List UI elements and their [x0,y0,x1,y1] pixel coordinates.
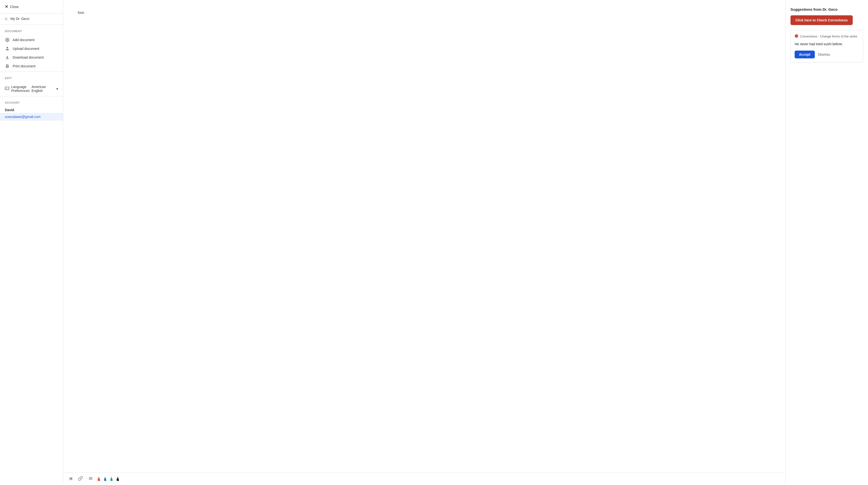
language-icon [5,87,9,91]
heading-button[interactable]: H [68,476,74,482]
edit-section: EDIT [0,73,63,82]
divider-2 [0,72,63,72]
svg-rect-7 [6,64,8,66]
close-icon: ✕ [5,4,8,9]
upload-icon [5,47,10,51]
list-button[interactable] [87,475,94,483]
close-button[interactable]: ✕ Close [0,0,63,13]
chevron-down-icon: ▾ [56,87,58,91]
svg-rect-5 [6,59,9,59]
document-section: DOCUMENT [0,26,63,35]
suggestion-header-text: Correctness - Change forms of the verbs [800,34,857,38]
color-blue[interactable] [103,477,107,481]
color-red[interactable] [97,477,101,481]
main-area: fore. H [63,0,785,485]
divider-3 [0,96,63,96]
link-icon [78,476,83,482]
download-document-label: Download document [13,55,44,59]
link-button[interactable] [77,475,84,483]
suggestion-actions: Accept Dismiss [795,51,859,58]
sidebar-item-upload-document[interactable]: Upload document [0,44,63,53]
user-email[interactable]: xuwudawei@gmail.com [0,113,63,121]
language-value: American English ▾ [32,85,58,93]
language-preferences-row[interactable]: Language Preferences American English ▾ [0,82,63,95]
svg-rect-13 [5,89,9,89]
print-document-label: Print document [13,64,35,68]
check-correctness-button[interactable]: Click here to Check Correctness [790,15,853,25]
svg-rect-4 [6,50,9,50]
account-section: ACCOUNT [0,97,63,107]
add-document-label: Add document [13,38,34,42]
close-label: Close [10,5,19,9]
svg-rect-8 [6,67,8,67]
color-black[interactable] [116,477,120,481]
list-icon [89,476,93,482]
right-panel: Suggestions from Dr. Geco Click here to … [785,0,868,485]
sidebar: ✕ Close ⌂ My Dr. Geco DOCUMENT Add docum… [0,0,63,485]
download-icon [5,55,10,59]
suggestion-text: He never had tried sushi before. [795,41,859,47]
add-icon [5,38,10,42]
account-section-label: ACCOUNT [5,101,58,104]
suggestion-header: Correctness - Change forms of the verbs [795,34,859,39]
sidebar-item-print-document[interactable]: Print document [0,62,63,70]
sidebar-item-download-document[interactable]: Download document [0,53,63,62]
user-name: David [0,107,63,113]
suggestion-card: Correctness - Change forms of the verbs … [790,30,863,62]
color-green[interactable] [110,477,113,481]
heading-icon: H [69,477,72,481]
upload-document-label: Upload document [13,47,39,51]
shield-icon [795,34,798,39]
suggestions-title: Suggestions from Dr. Geco [790,7,863,11]
bottom-toolbar: H [63,473,785,485]
sidebar-item-add-document[interactable]: Add document [0,35,63,44]
accept-button[interactable]: Accept [795,51,815,58]
divider-1 [0,25,63,25]
language-preferences-label: Language Preferences [11,85,29,93]
editor-area[interactable]: fore. [63,0,785,473]
print-icon [5,64,10,68]
document-section-label: DOCUMENT [5,30,58,33]
svg-rect-3 [6,49,9,50]
svg-rect-12 [5,88,9,89]
editor-content-partial: fore. [78,10,85,15]
dismiss-button[interactable]: Dismiss [817,51,831,58]
sidebar-item-home[interactable]: ⌂ My Dr. Geco [0,13,63,24]
edit-section-label: EDIT [5,77,58,80]
home-label: My Dr. Geco [10,17,29,21]
home-icon: ⌂ [5,16,7,21]
